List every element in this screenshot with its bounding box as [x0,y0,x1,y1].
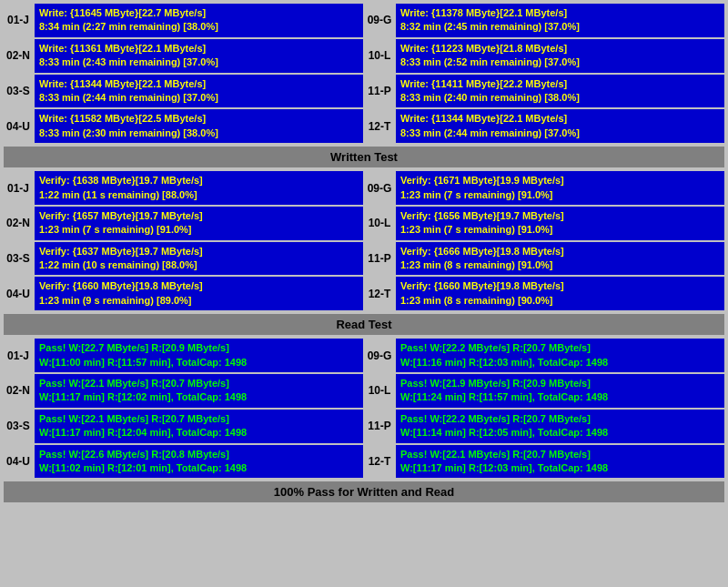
cell-line2: W:[11:24 min] R:[11:57 min], TotalCap: 1… [400,390,720,404]
cell-line1: Write: {11344 MByte}[22.1 MByte/s] [39,77,359,91]
row-block: 02-NWrite: {11361 MByte}[22.1 MByte/s]8:… [4,39,724,73]
main-container: 01-JWrite: {11645 MByte}[22.7 MByte/s]8:… [0,0,728,506]
cell-line1: Pass! W:[22.1 MByte/s] R:[20.7 MByte/s] [400,448,720,461]
row-cell-right: Write: {11344 MByte}[22.1 MByte/s]8:33 m… [396,109,724,143]
cell-line2: 8:33 min (2:43 min remaining) [37.0%] [39,56,359,69]
cell-line1: Pass! W:[22.1 MByte/s] R:[20.7 MByte/s] [39,377,359,390]
cell-line1: Write: {11645 MByte}[22.7 MByte/s] [39,6,359,20]
cell-line2: 8:33 min (2:52 min remaining) [37.0%] [400,56,720,69]
row-id-left: 02-N [4,39,33,73]
row-id-left: 01-J [4,171,33,205]
row-id-left: 02-N [4,207,33,240]
cell-line2: W:[11:14 min] R:[12:05 min], TotalCap: 1… [400,426,720,440]
row-cell-right: Verify: {1671 MByte}[19.9 MByte/s]1:23 m… [396,171,724,205]
cell-line1: Pass! W:[22.7 MByte/s] R:[20.9 MByte/s] [39,341,359,355]
row-cell-right: Pass! W:[21.9 MByte/s] R:[20.9 MByte/s]W… [396,374,724,408]
cell-line1: Pass! W:[22.6 MByte/s] R:[20.8 MByte/s] [39,448,359,461]
cell-line2: W:[11:17 min] R:[12:02 min], TotalCap: 1… [39,390,359,404]
row-cell-left: Write: {11645 MByte}[22.7 MByte/s]8:34 m… [35,4,363,37]
cell-line2: 1:22 min (11 s remaining) [88.0%] [39,188,359,202]
verify-section: 01-JVerify: {1638 MByte}[19.7 MByte/s]1:… [4,171,724,310]
row-cell-left: Verify: {1657 MByte}[19.7 MByte/s]1:23 m… [35,207,363,240]
cell-line2: 8:33 min (2:44 min remaining) [37.0%] [400,127,720,140]
row-id-left: 03-S [4,410,33,443]
row-cell-left: Write: {11344 MByte}[22.1 MByte/s]8:33 m… [35,75,363,108]
read-rows: 01-JPass! W:[22.7 MByte/s] R:[20.9 MByte… [4,339,724,478]
cell-line2: 8:33 min (2:30 min remaining) [38.0%] [39,127,359,140]
write-rows: 01-JWrite: {11645 MByte}[22.7 MByte/s]8:… [4,4,724,143]
cell-line1: Write: {11378 MByte}[22.1 MByte/s] [400,6,720,20]
row-id-right: 09-G [365,171,394,205]
row-id-right: 11-P [365,242,394,276]
cell-line2: 1:23 min (8 s remaining) [91.0%] [400,258,720,272]
row-block: 01-JPass! W:[22.7 MByte/s] R:[20.9 MByte… [4,339,724,372]
cell-line2: W:[11:17 min] R:[12:03 min], TotalCap: 1… [400,461,720,475]
row-cell-right: Pass! W:[22.1 MByte/s] R:[20.7 MByte/s]W… [396,445,724,479]
cell-line2: 8:34 min (2:27 min remaining) [38.0%] [39,20,359,34]
row-cell-left: Pass! W:[22.7 MByte/s] R:[20.9 MByte/s]W… [35,339,363,372]
cell-line1: Verify: {1666 MByte}[19.8 MByte/s] [400,245,720,258]
row-cell-right: Verify: {1656 MByte}[19.7 MByte/s]1:23 m… [396,207,724,240]
cell-line1: Write: {11361 MByte}[22.1 MByte/s] [39,42,359,56]
row-block: 04-UWrite: {11582 MByte}[22.5 MByte/s]8:… [4,109,724,143]
row-id-left: 01-J [4,339,33,372]
row-block: 01-JVerify: {1638 MByte}[19.7 MByte/s]1:… [4,171,724,205]
row-cell-left: Verify: {1637 MByte}[19.7 MByte/s]1:22 m… [35,242,363,276]
cell-line1: Write: {11411 MByte}[22.2 MByte/s] [400,77,720,91]
row-id-right: 11-P [365,410,394,443]
cell-line1: Pass! W:[22.1 MByte/s] R:[20.7 MByte/s] [39,412,359,426]
cell-line1: Verify: {1660 MByte}[19.8 MByte/s] [39,279,359,293]
row-cell-left: Verify: {1638 MByte}[19.7 MByte/s]1:22 m… [35,171,363,205]
cell-line2: 8:32 min (2:45 min remaining) [37.0%] [400,20,720,34]
cell-line1: Pass! W:[22.2 MByte/s] R:[20.7 MByte/s] [400,341,720,355]
cell-line2: 1:23 min (9 s remaining) [89.0%] [39,294,359,308]
row-cell-right: Write: {11378 MByte}[22.1 MByte/s]8:32 m… [396,4,724,37]
row-id-left: 01-J [4,4,33,37]
cell-line2: W:[11:16 min] R:[12:03 min], TotalCap: 1… [400,356,720,369]
row-cell-left: Pass! W:[22.6 MByte/s] R:[20.8 MByte/s]W… [35,445,363,479]
cell-line1: Write: {11582 MByte}[22.5 MByte/s] [39,112,359,126]
cell-line1: Pass! W:[22.2 MByte/s] R:[20.7 MByte/s] [400,412,720,426]
row-cell-right: Verify: {1660 MByte}[19.8 MByte/s]1:23 m… [396,277,724,310]
cell-line1: Pass! W:[21.9 MByte/s] R:[20.9 MByte/s] [400,377,720,390]
row-block: 02-NPass! W:[22.1 MByte/s] R:[20.7 MByte… [4,374,724,408]
row-block: 03-SPass! W:[22.1 MByte/s] R:[20.7 MByte… [4,410,724,443]
cell-line2: W:[11:02 min] R:[12:01 min], TotalCap: 1… [39,461,359,475]
row-id-left: 04-U [4,109,33,143]
row-cell-left: Pass! W:[22.1 MByte/s] R:[20.7 MByte/s]W… [35,374,363,408]
cell-line1: Verify: {1671 MByte}[19.9 MByte/s] [400,174,720,187]
row-id-right: 09-G [365,4,394,37]
row-block: 03-SWrite: {11344 MByte}[22.1 MByte/s]8:… [4,75,724,108]
cell-line2: 1:23 min (8 s remaining) [90.0%] [400,294,720,308]
footer-text: 100% Pass for Written and Read [4,481,724,502]
row-id-right: 12-T [365,445,394,479]
row-id-right: 09-G [365,339,394,372]
row-cell-left: Write: {11361 MByte}[22.1 MByte/s]8:33 m… [35,39,363,73]
cell-line1: Write: {11223 MByte}[21.8 MByte/s] [400,42,720,56]
cell-line2: 8:33 min (2:40 min remaining) [38.0%] [400,91,720,105]
verify-rows: 01-JVerify: {1638 MByte}[19.7 MByte/s]1:… [4,171,724,310]
cell-line1: Verify: {1656 MByte}[19.7 MByte/s] [400,209,720,223]
row-id-right: 10-L [365,39,394,73]
cell-line2: 1:23 min (7 s remaining) [91.0%] [39,223,359,237]
cell-line2: W:[11:17 min] R:[12:04 min], TotalCap: 1… [39,426,359,440]
cell-line2: 1:23 min (7 s remaining) [91.0%] [400,223,720,237]
row-id-left: 02-N [4,374,33,408]
cell-line1: Verify: {1637 MByte}[19.7 MByte/s] [39,245,359,258]
write-section: 01-JWrite: {11645 MByte}[22.7 MByte/s]8:… [4,4,724,143]
row-cell-left: Pass! W:[22.1 MByte/s] R:[20.7 MByte/s]W… [35,410,363,443]
cell-line2: W:[11:00 min] R:[11:57 min], TotalCap: 1… [39,356,359,369]
cell-line2: 1:22 min (10 s remaining) [88.0%] [39,258,359,272]
row-cell-right: Verify: {1666 MByte}[19.8 MByte/s]1:23 m… [396,242,724,276]
row-id-right: 11-P [365,75,394,108]
row-cell-left: Verify: {1660 MByte}[19.8 MByte/s]1:23 m… [35,277,363,310]
cell-line1: Verify: {1657 MByte}[19.7 MByte/s] [39,209,359,223]
row-id-right: 10-L [365,374,394,408]
row-id-right: 12-T [365,109,394,143]
cell-line1: Verify: {1660 MByte}[19.8 MByte/s] [400,279,720,293]
row-id-left: 03-S [4,242,33,276]
row-block: 04-UVerify: {1660 MByte}[19.8 MByte/s]1:… [4,277,724,310]
row-block: 03-SVerify: {1637 MByte}[19.7 MByte/s]1:… [4,242,724,276]
read-section: 01-JPass! W:[22.7 MByte/s] R:[20.9 MByte… [4,339,724,478]
row-id-right: 10-L [365,207,394,240]
